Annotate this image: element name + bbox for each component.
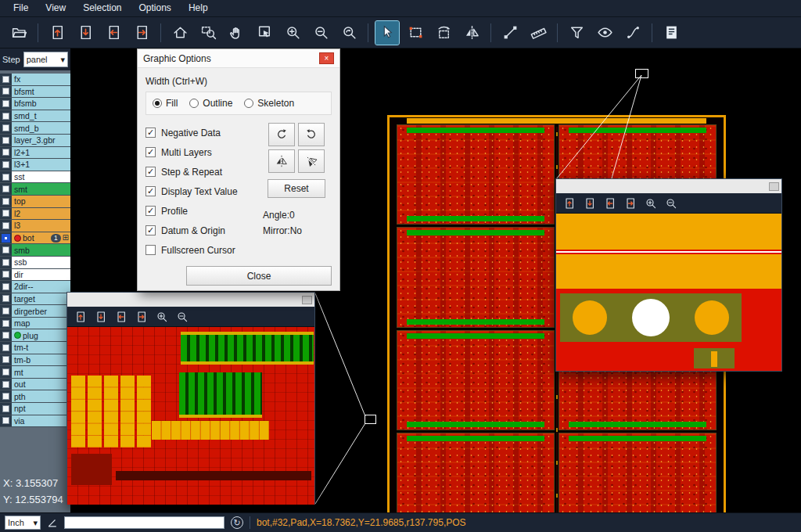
layer-row-sst[interactable]: sst [0, 171, 70, 184]
layer-checkbox[interactable] [0, 257, 12, 268]
menu-item-file[interactable]: File [5, 1, 37, 16]
layer-checkbox[interactable] [0, 403, 12, 415]
checkbox-multi-layers[interactable]: ✓Multi Layers [145, 142, 261, 162]
magnifier-titlebar[interactable] [556, 179, 781, 193]
doc-arrow-down-button[interactable] [92, 308, 110, 325]
dialog-titlebar[interactable]: Graphic Options × [138, 49, 339, 68]
rotate-cw-button[interactable] [268, 123, 295, 146]
menu-item-options[interactable]: Options [131, 1, 180, 16]
open-folder-button[interactable] [7, 21, 31, 45]
zoom-previous-button[interactable] [337, 21, 361, 45]
layer-checkbox[interactable] [0, 147, 12, 159]
mirror-tool-button[interactable] [460, 21, 483, 45]
checkbox-step-repeat[interactable]: ✓Step & Repeat [145, 162, 261, 182]
layer-checkbox[interactable] [0, 366, 12, 378]
layer-row-out[interactable]: out [0, 379, 70, 391]
layer-row-l2+1[interactable]: l2+1 [0, 147, 70, 160]
layer-row-tm-b[interactable]: tm-b [0, 354, 70, 367]
zoom-in-button[interactable] [153, 308, 171, 325]
layer-row-via[interactable]: via [0, 415, 70, 428]
layer-checkbox[interactable] [0, 196, 12, 207]
layer-checkbox[interactable] [0, 135, 12, 146]
ruler-button[interactable] [526, 21, 550, 45]
menu-item-selection[interactable]: Selection [74, 1, 130, 16]
layer-checkbox[interactable] [0, 269, 12, 281]
zoom-out-button[interactable] [309, 21, 332, 45]
layer-row-layer_3.gbr[interactable]: layer_3.gbr [0, 135, 70, 147]
checkbox-fullscreen-cursor[interactable]: Fullscreen Cursor [145, 240, 261, 260]
doc-arrow-right-button[interactable] [133, 308, 150, 325]
doc-arrow-up-button[interactable] [561, 195, 578, 212]
layer-checkbox[interactable] [0, 342, 12, 354]
doc-arrow-right-button[interactable] [130, 21, 153, 45]
doc-arrow-left-button[interactable] [102, 21, 125, 45]
radio-outline[interactable]: Outline [189, 98, 232, 109]
layer-checkbox[interactable] [0, 305, 12, 317]
layer-row-plug[interactable]: plug [0, 329, 70, 342]
layer-checkbox[interactable] [0, 183, 12, 195]
zoom-out-button[interactable] [174, 308, 191, 325]
layer-checkbox[interactable] [0, 354, 12, 366]
sync-icon[interactable]: ↻ [231, 516, 243, 529]
zoom-out-button[interactable] [663, 195, 680, 212]
layer-row-smd_t[interactable]: smd_t [0, 110, 70, 123]
layer-row-top[interactable]: top [0, 196, 70, 208]
zoom-in-button[interactable] [281, 21, 304, 45]
transform-rect-button[interactable] [432, 21, 455, 45]
layer-row-smb[interactable]: smb [0, 244, 70, 257]
layer-checkbox[interactable] [0, 232, 12, 244]
layer-checkbox[interactable] [0, 159, 12, 171]
doc-arrow-left-button[interactable] [113, 308, 130, 325]
menu-item-view[interactable]: View [37, 1, 74, 16]
layer-row-mt[interactable]: mt [0, 366, 70, 379]
filter-button[interactable] [565, 21, 588, 45]
pan-hand-button[interactable] [224, 21, 248, 45]
layer-row-dirgerber[interactable]: dirgerber [0, 305, 70, 318]
layer-checkbox[interactable] [0, 74, 12, 85]
layer-checkbox[interactable] [0, 281, 12, 293]
layer-row-bfsmt[interactable]: bfsmt [0, 86, 70, 99]
magnifier-window-button[interactable] [302, 296, 312, 304]
layer-row-target[interactable]: target [0, 293, 70, 306]
doc-arrow-up-button[interactable] [72, 308, 89, 325]
layer-row-fx[interactable]: fx [0, 74, 70, 86]
report-button[interactable] [659, 21, 683, 45]
zoom-in-button[interactable] [642, 195, 659, 212]
select-region-button[interactable] [253, 21, 276, 45]
layer-checkbox[interactable] [0, 415, 12, 427]
menu-item-help[interactable]: Help [180, 1, 217, 16]
layer-row-smd_b[interactable]: smd_b [0, 122, 70, 135]
layer-row-tm-t[interactable]: tm-t [0, 342, 70, 354]
magnifier-titlebar[interactable] [67, 293, 314, 307]
doc-arrow-down-button[interactable] [74, 21, 97, 45]
layer-row-smt[interactable]: smt [0, 183, 70, 196]
step-select[interactable]: panel ▾ [23, 52, 68, 67]
doc-arrow-up-button[interactable] [45, 21, 69, 45]
command-input[interactable] [64, 516, 224, 529]
layer-row-bot[interactable]: bot1⊞ [0, 232, 70, 245]
layer-checkbox[interactable] [0, 220, 12, 232]
layer-row-2dir--[interactable]: 2dir-- [0, 281, 70, 293]
layer-checkbox[interactable] [0, 318, 12, 329]
layer-checkbox[interactable] [0, 122, 12, 134]
layer-checkbox[interactable] [0, 244, 12, 256]
line-tool-button[interactable] [498, 21, 522, 45]
layer-row-bfsmb[interactable]: bfsmb [0, 98, 70, 110]
layer-checkbox[interactable] [0, 379, 12, 390]
checkbox-display-text-value[interactable]: ✓Display Text Value [145, 182, 261, 201]
magnifier-window-button[interactable] [769, 182, 779, 191]
layer-row-l3[interactable]: l3 [0, 220, 70, 232]
layer-checkbox[interactable] [0, 110, 12, 122]
reset-button[interactable]: Reset [268, 179, 325, 198]
layer-checkbox[interactable] [0, 86, 12, 98]
mirror-diag-button[interactable] [298, 149, 325, 173]
layer-row-dir[interactable]: dir [0, 269, 70, 282]
select-rect-button[interactable] [404, 21, 427, 45]
layer-row-l2[interactable]: l2 [0, 208, 70, 221]
layer-checkbox[interactable] [0, 98, 12, 110]
layer-row-ssb[interactable]: ssb [0, 257, 70, 269]
layer-row-l3+1[interactable]: l3+1 [0, 159, 70, 171]
net-trace-button[interactable] [621, 21, 645, 45]
cursor-select-button[interactable] [375, 21, 399, 45]
layer-checkbox[interactable] [0, 171, 12, 183]
